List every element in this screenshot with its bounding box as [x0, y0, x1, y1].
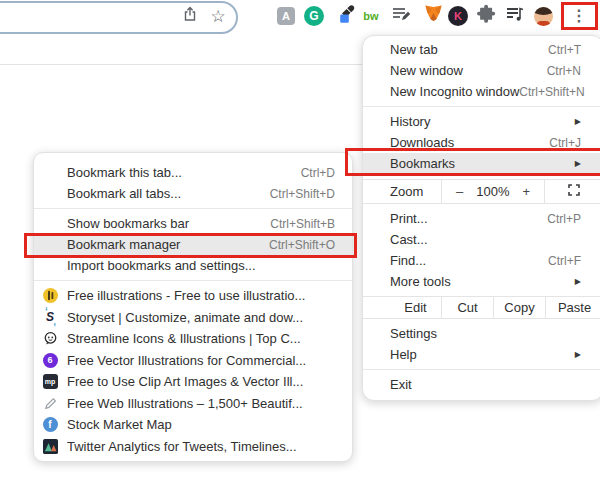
menu-item-label: Show bookmarks bar [67, 216, 270, 231]
annotation-box-menu-button [561, 2, 598, 30]
grammarly-extension-button[interactable]: G [302, 5, 326, 27]
finviz-icon: f [42, 417, 58, 433]
menu-item-label: History [390, 114, 567, 129]
menu-separator [34, 280, 352, 281]
extensions-button[interactable] [474, 5, 498, 27]
menu-item-show-bookmarks-bar[interactable]: Show bookmarks bar Ctrl+Shift+B [34, 213, 352, 234]
cut-button[interactable]: Cut [441, 297, 493, 318]
icons8-illustrations-icon [42, 288, 58, 304]
bookmark-label: Free to Use Clip Art Images & Vector Ill… [67, 374, 303, 389]
formfiller-extension-button[interactable] [389, 5, 413, 27]
menu-item-new-tab[interactable]: New tab Ctrl+T [363, 39, 600, 60]
menu-item-shortcut: Ctrl+Shift+N [519, 85, 584, 99]
edit-row: Edit Cut Copy Paste [363, 296, 600, 319]
menu-item-help[interactable]: Help ▶ [363, 344, 600, 365]
menu-item-shortcut: Ctrl+N [547, 64, 581, 78]
streamline-face-icon [42, 331, 58, 347]
menu-item-history[interactable]: History ▶ [363, 111, 600, 132]
puzzle-icon [476, 4, 496, 28]
bookmark-item[interactable]: f Stock Market Map [34, 414, 352, 436]
purple-vector-icon: 6 [42, 352, 58, 368]
bookmark-item[interactable]: 6 Free Vector Illustrations for Commerci… [34, 350, 352, 372]
bookmark-item[interactable]: Streamline Icons & Illustrations | Top C… [34, 328, 352, 350]
bitmoji-avatar-icon [534, 7, 553, 26]
bw-extension-button[interactable]: bw [359, 5, 383, 27]
mp-clipart-icon: mp [42, 374, 58, 390]
address-bar[interactable] [0, 1, 238, 34]
pencil-icon [42, 395, 58, 411]
menu-item-find[interactable]: Find... Ctrl+F [363, 250, 600, 271]
mp-letters: mp [43, 374, 58, 389]
playlist-extension-button[interactable] [503, 5, 527, 27]
bookmark-label: Streamline Icons & Illustrations | Top C… [67, 331, 301, 346]
menu-item-label: New tab [390, 42, 548, 57]
annotation-box-bookmark-manager [24, 233, 357, 258]
fullscreen-button[interactable] [545, 180, 600, 203]
finviz-letter: f [43, 417, 58, 432]
paste-button[interactable]: Paste [545, 297, 600, 318]
bookmark-item[interactable]: Free illustrations - Free to use illustr… [34, 285, 352, 307]
profile-avatar-button[interactable] [531, 5, 555, 27]
bookmark-label: Stock Market Map [67, 417, 172, 432]
menu-item-bookmark-all-tabs[interactable]: Bookmark all tabs... Ctrl+Shift+D [34, 183, 352, 204]
purple-vector-letter: 6 [43, 353, 58, 368]
zoom-row: Zoom – 100% + [363, 179, 600, 204]
submenu-arrow-icon: ▶ [575, 277, 581, 286]
storyset-icon: S [42, 309, 58, 325]
address-input[interactable] [0, 5, 140, 22]
zoom-value: 100% [476, 184, 509, 199]
keeper-extension-button[interactable]: K [446, 5, 470, 27]
colorpicker-extension-button[interactable] [334, 5, 358, 27]
bookmark-label: Free illustrations - Free to use illustr… [67, 288, 305, 303]
list-pen-icon [391, 4, 411, 28]
menu-separator [363, 369, 600, 370]
menu-item-label: Cast... [390, 232, 581, 247]
bookmark-label: Free Web Illustrations – 1,500+ Beautif.… [67, 396, 303, 411]
menu-separator [363, 106, 600, 107]
bookmark-item[interactable]: S Storyset | Customize, animate and dow.… [34, 307, 352, 329]
menu-item-label: Bookmark this tab... [67, 165, 301, 180]
keeper-k-icon: K [448, 6, 468, 26]
menu-item-shortcut: Ctrl+T [548, 43, 581, 57]
menu-item-label: New Incognito window [390, 84, 519, 99]
bookmark-label: Twitter Analytics for Tweets, Timelines.… [67, 439, 297, 454]
menu-item-settings[interactable]: Settings [363, 323, 600, 344]
metamask-extension-button[interactable] [421, 5, 445, 27]
menu-item-bookmark-this-tab[interactable]: Bookmark this tab... Ctrl+D [34, 162, 352, 183]
menu-separator [34, 208, 352, 209]
menu-item-more-tools[interactable]: More tools ▶ [363, 271, 600, 292]
menu-item-label: Help [390, 347, 567, 362]
menu-item-shortcut: Ctrl+Shift+D [270, 187, 335, 201]
menu-item-label: Bookmark all tabs... [67, 186, 270, 201]
music-list-icon [505, 4, 525, 28]
menu-item-new-incognito[interactable]: New Incognito window Ctrl+Shift+N [363, 81, 600, 102]
bookmark-item[interactable]: mp Free to Use Clip Art Images & Vector … [34, 371, 352, 393]
storyset-letter: S [46, 310, 54, 324]
bookmark-item[interactable]: Twitter Analytics for Tweets, Timelines.… [34, 436, 352, 458]
menu-item-cast[interactable]: Cast... [363, 229, 600, 250]
eyedropper-icon [336, 4, 356, 28]
grammarly-icon: G [304, 6, 324, 26]
menu-item-exit[interactable]: Exit [363, 374, 600, 395]
browser-main-menu: New tab Ctrl+T New window Ctrl+N New Inc… [362, 35, 600, 401]
submenu-arrow-icon: ▶ [575, 350, 581, 359]
bookmark-item[interactable]: Free Web Illustrations – 1,500+ Beautif.… [34, 393, 352, 415]
menu-item-label: Exit [390, 377, 581, 392]
zoom-label: Zoom [363, 180, 441, 203]
menu-item-import-bookmarks[interactable]: Import bookmarks and settings... [34, 255, 352, 276]
adobe-pdf-icon: A [277, 7, 295, 25]
menu-item-print[interactable]: Print... Ctrl+P [363, 208, 600, 229]
pdf-extension-button[interactable]: A [274, 5, 298, 27]
zoom-out-button[interactable]: – [456, 184, 463, 199]
zoom-in-button[interactable]: + [522, 184, 530, 199]
chart-triangles-icon [42, 438, 58, 454]
share-button[interactable] [180, 6, 200, 26]
copy-button[interactable]: Copy [493, 297, 545, 318]
menu-item-new-window[interactable]: New window Ctrl+N [363, 60, 600, 81]
metamask-fox-icon [423, 4, 444, 28]
bookmark-star-button[interactable]: ☆ [208, 6, 228, 26]
menu-item-label: Settings [390, 326, 581, 341]
bookmark-label: Storyset | Customize, animate and dow... [67, 310, 303, 325]
menu-item-label: Find... [390, 253, 548, 268]
menu-item-label: Import bookmarks and settings... [67, 258, 335, 273]
